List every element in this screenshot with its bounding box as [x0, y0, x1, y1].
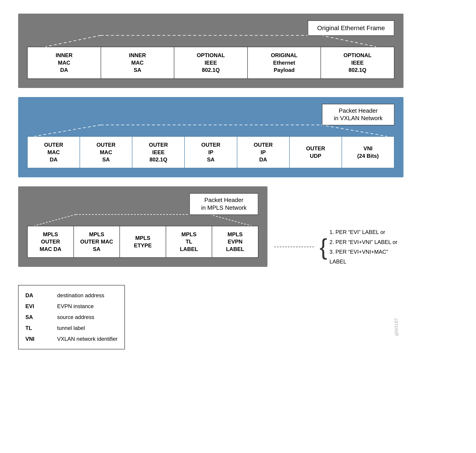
field-inner-mac-da: INNERMACDA — [27, 47, 101, 79]
field-mpls-outer-mac-sa: MPLSOUTER MACSA — [74, 226, 120, 258]
field-mpls-outer-mac-da: MPLSOUTERMAC DA — [27, 226, 74, 258]
legend-key-tl: TL — [25, 323, 43, 333]
section1-connector — [27, 35, 394, 47]
field-original-ethernet-payload: ORIGINALEthernetPayload — [248, 47, 321, 79]
legend-row-vni: VNI VXLAN network identifier — [25, 333, 118, 344]
mpls-dashed-line — [274, 243, 320, 250]
legend-val-vni: VXLAN network identifier — [57, 333, 118, 344]
svg-line-3 — [35, 125, 101, 136]
section2-header: Packet Headerin VXLAN Network — [322, 104, 394, 126]
legend-key-da: DA — [25, 290, 43, 301]
field-optional-ieee-8021q-2: OPTIONALIEEE802.1Q — [321, 47, 394, 79]
svg-line-5 — [321, 125, 387, 136]
legend-key-evi: EVI — [25, 301, 43, 312]
annotation-line-3: 3. PER “EVI+VNI+MAC” LABEL — [329, 247, 404, 266]
legend-val-da: destination address — [57, 290, 104, 301]
legend-row-evi: EVI EVPN instance — [25, 301, 118, 312]
svg-line-0 — [46, 35, 101, 47]
svg-line-8 — [210, 214, 252, 226]
annotation-line-1: 1. PER “EVI” LABEL or — [329, 227, 404, 237]
svg-line-6 — [34, 214, 76, 226]
field-inner-mac-sa: INNERMACSA — [101, 47, 175, 79]
legend-row-tl: TL tunnel label — [25, 323, 118, 333]
field-mpls-etype: MPLSETYPE — [120, 226, 166, 258]
section3-outer: Packet Headerin MPLS Network MPLSOUTERMA… — [18, 186, 404, 267]
legend-val-sa: source address — [57, 312, 94, 323]
legend-val-evi: EVPN instance — [57, 301, 94, 312]
mpls-annotation-group: { 1. PER “EVI” LABEL or 2. PER “EVI+VNI”… — [274, 227, 404, 266]
section3-fields: MPLSOUTERMAC DA MPLSOUTER MACSA MPLSETYP… — [27, 226, 259, 258]
legend-val-tl: tunnel label — [57, 323, 85, 333]
field-mpls-tl-label: MPLSTLLABEL — [166, 226, 212, 258]
field-mpls-evpn-label: MPLSEVPNLABEL — [212, 226, 259, 258]
field-outer-mac-da: OUTERMACDA — [27, 136, 80, 168]
field-outer-mac-sa: OUTERMACSA — [80, 136, 132, 168]
section2-fields: OUTERMACDA OUTERMACSA OUTERIEEE802.1Q OU… — [27, 136, 394, 168]
field-outer-ip-sa: OUTERIPSA — [185, 136, 237, 168]
section-mpls: Packet Headerin MPLS Network MPLSOUTERMA… — [18, 186, 267, 267]
section-vxlan: Packet Headerin VXLAN Network OUTERMACDA… — [18, 97, 404, 177]
legend-key-vni: VNI — [25, 333, 43, 344]
field-outer-ieee-8021q: OUTERIEEE802.1Q — [132, 136, 185, 168]
legend-row-da: DA destination address — [25, 290, 118, 301]
section3-connector — [27, 214, 259, 226]
main-content: Original Ethernet Frame INNERMACDA INNER… — [18, 14, 404, 349]
svg-line-2 — [321, 35, 376, 47]
mpls-annotation-text: 1. PER “EVI” LABEL or 2. PER “EVI+VNI” L… — [329, 227, 404, 266]
section1-header: Original Ethernet Frame — [308, 21, 394, 36]
legend-table: DA destination address EVI EVPN instance… — [18, 285, 125, 349]
section1-fields: INNERMACDA INNERMACSA OPTIONALIEEE802.1Q… — [27, 47, 394, 79]
section-original-ethernet: Original Ethernet Frame INNERMACDA INNER… — [18, 14, 404, 88]
watermark: g043187 — [394, 318, 399, 336]
annotation-line-2: 2. PER “EVI+VNI” LABEL or — [329, 237, 404, 247]
field-vni: VNI(24 Bits) — [342, 136, 394, 168]
legend-row-sa: SA source address — [25, 312, 118, 323]
field-optional-ieee-8021q-1: OPTIONALIEEE802.1Q — [174, 47, 248, 79]
field-outer-ip-da: OUTERIPDA — [237, 136, 290, 168]
legend-key-sa: SA — [25, 312, 43, 323]
section2-connector — [27, 125, 394, 136]
mpls-brace: { — [320, 236, 327, 258]
field-outer-udp: OUTERUDP — [290, 136, 342, 168]
section3-header: Packet Headerin MPLS Network — [189, 193, 259, 215]
